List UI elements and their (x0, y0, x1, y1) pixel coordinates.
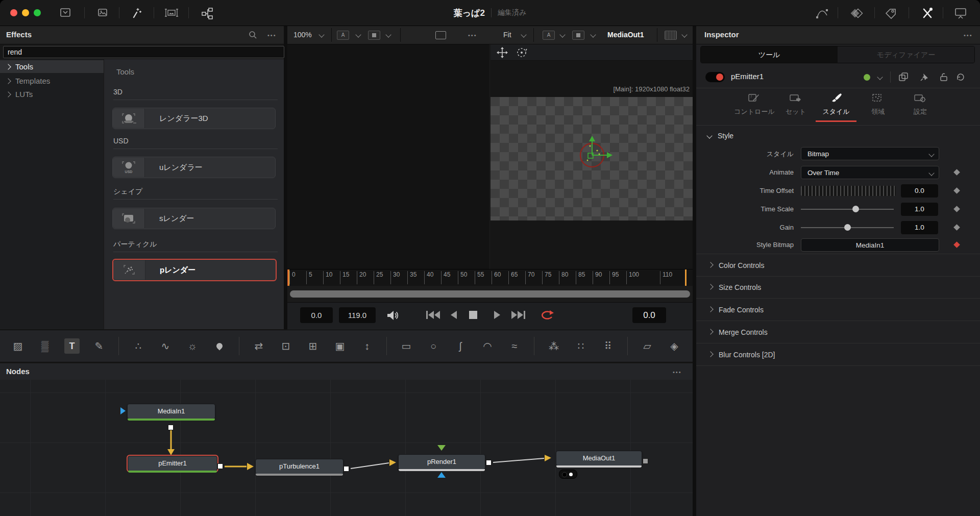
node-pturbulence1[interactable]: pTurbulence1 (255, 459, 344, 474)
search-icon[interactable] (248, 30, 257, 39)
particles-icon[interactable]: ∴ (131, 338, 146, 354)
lightbox-icon[interactable] (953, 7, 967, 19)
lock-icon[interactable] (939, 72, 949, 82)
mediaout1-output-port[interactable] (643, 458, 648, 464)
subtab-region[interactable]: 領域 (857, 91, 898, 116)
play-button[interactable] (492, 310, 502, 320)
node-graph[interactable]: MediaIn1 pEmitter1 pTurbulence1 pRender1… (0, 380, 693, 516)
chevron-down-icon[interactable] (590, 32, 596, 37)
left-viewer-options-menu[interactable]: ••• (468, 32, 477, 38)
subtab-style[interactable]: スタイル (816, 91, 856, 116)
subtab-settings[interactable]: 設定 (900, 91, 941, 116)
effects-search-input[interactable]: rend (3, 46, 284, 58)
ellipse-mask-icon[interactable]: ○ (426, 338, 441, 354)
right-viewer-quality-button[interactable] (572, 31, 584, 40)
p-render-icon[interactable]: ⠿ (600, 338, 616, 354)
merge-icon[interactable]: ⊞ (305, 338, 321, 354)
rectangle-mask-icon[interactable]: ▭ (399, 338, 414, 354)
panel-divider[interactable] (693, 26, 696, 516)
right-viewer-zoom-select[interactable]: Fit (503, 31, 511, 39)
color-corrector-icon[interactable]: ☼ (185, 338, 200, 354)
gain-slider-thumb[interactable] (844, 224, 851, 231)
keyframes-icon[interactable] (849, 7, 862, 19)
section-size-controls[interactable]: Size Controls (696, 276, 980, 299)
single-viewer-layout-button[interactable] (435, 31, 446, 39)
wand-mask-icon[interactable]: ≈ (507, 338, 522, 354)
keyframe-diamond[interactable] (953, 206, 960, 212)
image-plane-3d-icon[interactable]: ▱ (640, 338, 655, 354)
pemitter1-output-port[interactable] (217, 463, 223, 469)
mediain1-input-arrow[interactable] (120, 407, 126, 414)
inspector-options-menu[interactable]: ••• (964, 32, 973, 38)
subtab-sets[interactable]: セット (775, 91, 816, 116)
go-to-start-button[interactable] (425, 310, 440, 320)
reset-settings-icon[interactable] (955, 72, 966, 82)
time-scale-slider[interactable] (801, 209, 894, 210)
node-tile-color-dot[interactable] (864, 74, 870, 81)
tree-item-templates[interactable]: Templates (0, 75, 104, 87)
section-color-controls[interactable]: Color Controls (696, 254, 980, 277)
keyframe-diamond[interactable] (953, 187, 960, 194)
move-tool-icon[interactable] (497, 47, 508, 58)
p-emitter-icon[interactable]: ⁂ (546, 338, 561, 354)
rotate-tool-icon[interactable] (516, 47, 527, 58)
tool-u-renderer[interactable]: USD uレンダラー (112, 157, 276, 178)
tree-item-luts[interactable]: LUTs (0, 88, 104, 101)
section-blur-controls[interactable]: Blur Controls [2D] (696, 343, 980, 366)
left-viewer-channel-button[interactable]: A (337, 31, 349, 40)
node-mediain1[interactable]: MediaIn1 (127, 404, 215, 419)
tab-modifiers[interactable]: モディファイアー (838, 46, 974, 63)
tool-s-render[interactable]: sレンダー (112, 208, 276, 229)
node-enable-toggle[interactable] (705, 72, 725, 82)
tab-tools[interactable]: ツール (701, 46, 838, 63)
style-bitmap-button[interactable]: MediaIn1 (801, 238, 939, 252)
particle-emitter-gizmo[interactable] (571, 134, 620, 177)
color-curves-icon[interactable]: ∿ (158, 338, 173, 354)
background-icon[interactable]: ▨ (10, 338, 26, 354)
matte-control-icon[interactable]: ▣ (332, 338, 348, 354)
chevron-down-icon[interactable] (877, 74, 883, 80)
right-viewer[interactable]: [Main]: 1920x1080 float32 (491, 44, 693, 269)
shape-3d-icon[interactable]: ◈ (667, 338, 682, 354)
p-force-icon[interactable]: ∷ (573, 338, 589, 354)
nodes-options-menu[interactable]: ••• (673, 369, 682, 375)
animate-dropdown[interactable]: Over Time (801, 166, 939, 179)
mediain1-output-port[interactable] (168, 425, 174, 430)
panel-divider[interactable] (284, 26, 287, 329)
time-scale-slider-thumb[interactable] (852, 206, 859, 212)
loop-playback-button[interactable] (540, 310, 555, 321)
render-range-end-marker[interactable] (685, 269, 687, 286)
subtab-controls[interactable]: コントロール (734, 91, 775, 116)
pin-icon[interactable] (919, 72, 929, 82)
effects-options-menu[interactable]: ••• (267, 32, 277, 38)
prender1-effect-mask-arrow[interactable] (437, 445, 446, 451)
right-viewer-channel-button[interactable]: A (543, 31, 555, 40)
current-frame-field[interactable]: 0.0 (632, 307, 666, 323)
go-to-end-button[interactable] (511, 310, 526, 320)
prender1-output-port[interactable] (486, 460, 492, 465)
gain-value[interactable]: 1.0 (901, 221, 938, 234)
node-prender1[interactable]: pRender1 (398, 454, 485, 470)
node-mediaout1[interactable]: MediaOut1 (556, 451, 642, 466)
inspector-toggle-icon[interactable] (921, 7, 934, 19)
right-viewer-source-label[interactable]: MediaOut1 (607, 31, 644, 39)
timeline-scrollbar[interactable] (290, 290, 690, 298)
left-viewer[interactable] (287, 44, 489, 269)
prender1-scene-input-arrow[interactable] (437, 472, 446, 478)
style-section-header[interactable]: Style (696, 130, 980, 142)
hue-curves-icon[interactable] (212, 338, 227, 354)
stop-button[interactable] (468, 310, 478, 320)
viewer-transparency-checkerboard[interactable] (491, 97, 693, 220)
spline-editor-icon[interactable] (815, 7, 828, 19)
chevron-down-icon[interactable] (521, 32, 526, 37)
range-end-field[interactable]: 119.0 (339, 307, 376, 323)
node-pemitter1[interactable]: pEmitter1 (128, 456, 217, 471)
fast-noise-icon[interactable]: ▒ (37, 338, 53, 354)
range-start-field[interactable]: 0.0 (300, 307, 333, 323)
metadata-icon[interactable] (884, 7, 897, 19)
step-back-button[interactable] (449, 310, 459, 320)
time-scale-value[interactable]: 1.0 (901, 203, 938, 216)
timeline-ruler[interactable]: 0510152025303540455055606570758085909510… (287, 269, 693, 286)
audio-mute-icon[interactable] (386, 310, 400, 321)
pturbulence1-output-port[interactable] (344, 466, 349, 472)
